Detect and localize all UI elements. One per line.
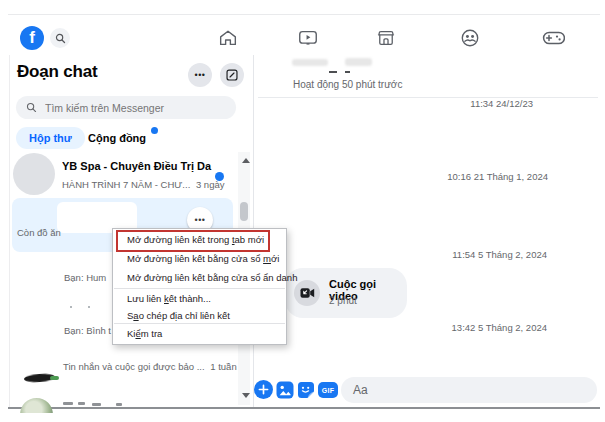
conversation-title[interactable]: YB Spa - Chuyên Điều Trị Da Li... <box>62 160 214 172</box>
groups-tab[interactable] <box>458 26 482 50</box>
video-call-icon-wrap <box>294 280 320 306</box>
redacted-name <box>63 402 73 405</box>
home-icon <box>217 27 239 49</box>
menu-item-inspect[interactable]: Kiểm tra <box>113 325 286 343</box>
compose-icon <box>225 68 239 82</box>
redacted-name <box>116 403 122 406</box>
search-icon <box>26 102 37 113</box>
plus-icon <box>258 384 269 395</box>
new-message-button[interactable] <box>220 63 244 87</box>
groups-icon <box>459 27 481 49</box>
list-item[interactable]: Bạn: Bình t <box>64 325 111 336</box>
sticker-icon <box>297 381 315 399</box>
watch-icon <box>297 27 319 49</box>
marketplace-icon <box>375 27 397 49</box>
menu-item-open-link-new-window[interactable]: Mở đường liên kết bằng cửa sổ mới <box>113 250 286 268</box>
chats-options-button[interactable]: ••• <box>188 63 212 87</box>
video-call-bubble[interactable]: Cuộc gọi video 2 phút <box>285 268 407 318</box>
menu-item-save-link-as[interactable]: Lưu liên kết thành... <box>113 290 286 308</box>
redacted-text-dot <box>70 306 72 308</box>
scrollbar-up-arrow[interactable] <box>242 158 250 163</box>
gaming-tab[interactable] <box>541 26 565 50</box>
screenshot-bottom-edge <box>8 407 600 409</box>
redacted-text-dot <box>88 306 90 308</box>
search-button[interactable] <box>50 28 70 48</box>
messenger-window: f <box>0 0 605 422</box>
activity-status: Hoạt động 50 phút trước <box>293 79 402 90</box>
sticker-button[interactable] <box>297 381 315 399</box>
page-title: Đoạn chat <box>17 62 97 82</box>
menu-item-open-link-incognito[interactable]: Mở đường liên kết bằng cửa sổ ẩn danh <box>113 269 286 287</box>
message-input[interactable]: Aa <box>341 377 597 403</box>
redacted-mark <box>345 71 350 73</box>
message-timestamp: 10:16 21 Tháng 1, 2024 <box>348 171 548 182</box>
selected-preview-text: Còn đồ ăn <box>17 227 61 238</box>
tab-inbox[interactable]: Hộp thư <box>16 127 85 149</box>
gaming-icon <box>541 26 565 50</box>
home-tab[interactable] <box>216 26 240 50</box>
watch-tab[interactable] <box>296 26 320 50</box>
message-timestamp: 11:54 5 Tháng 2, 2024 <box>347 249 547 260</box>
attach-more-button[interactable] <box>254 380 273 399</box>
list-item[interactable]: Tin nhắn và cuộc gọi được bảo ... 1 tuần <box>63 361 237 372</box>
marketplace-tab[interactable] <box>374 26 398 50</box>
video-call-duration: 2 phút <box>329 295 357 306</box>
redacted-chat-name <box>345 58 372 66</box>
redacted-name <box>78 402 85 405</box>
avatar[interactable] <box>13 153 55 195</box>
redacted-mark <box>329 71 337 73</box>
gif-button[interactable]: GIF <box>318 382 338 398</box>
redacted-smudge <box>50 376 59 380</box>
annotation-highlight-box <box>116 230 270 252</box>
search-icon <box>55 33 66 44</box>
message-timestamp: 11:34 24/12/23 <box>333 98 533 109</box>
scrollbar-thumb[interactable] <box>240 202 248 221</box>
menu-separator <box>114 323 285 324</box>
page-left-border <box>9 55 10 408</box>
photo-button[interactable] <box>276 381 294 399</box>
menu-separator <box>114 288 285 289</box>
bottom-margin <box>0 413 605 422</box>
video-camera-icon <box>300 287 315 299</box>
communities-badge-dot <box>151 127 158 134</box>
scrollbar-down-arrow[interactable] <box>242 393 250 398</box>
message-timestamp: 13:42 5 Tháng 2, 2024 <box>347 322 547 333</box>
list-item[interactable]: Bạn: Hum <box>64 272 106 283</box>
conversation-preview[interactable]: HÀNH TRÌNH 7 NĂM - CHƯ... 3 ngày <box>62 179 222 190</box>
tab-communities[interactable]: Cộng đồng <box>88 132 146 144</box>
search-input[interactable] <box>43 101 217 115</box>
unread-indicator <box>215 172 224 181</box>
redacted-chat-name <box>292 59 328 66</box>
redacted-name <box>92 403 101 406</box>
top-divider <box>8 14 600 15</box>
photo-icon <box>276 381 294 399</box>
sidebar-search[interactable] <box>16 96 236 119</box>
link-context-menu: Mở đường liên kết trong tab mới Mở đường… <box>112 228 287 345</box>
facebook-logo-icon[interactable]: f <box>20 26 44 50</box>
